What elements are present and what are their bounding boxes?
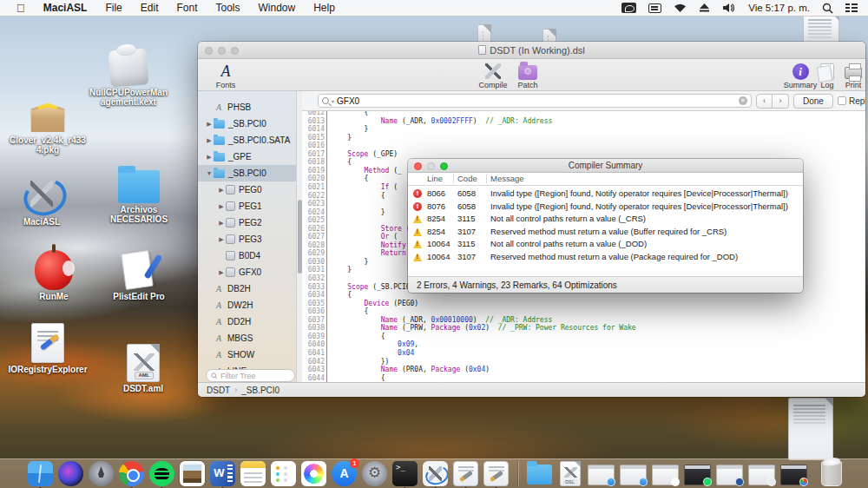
menu-maciasl[interactable]: MaciASL (43, 2, 88, 14)
desktop-icon-clover[interactable]: Clover_v2.4k_r433 4.pkg (6, 99, 89, 155)
desktop-icon-dsdt-aml[interactable]: AMLDSDT.aml (102, 344, 185, 393)
dock-siri[interactable] (58, 461, 83, 486)
compiler-close-button[interactable] (414, 162, 422, 170)
document-proxy-icon[interactable] (478, 45, 486, 55)
minimized-chrome-window[interactable] (780, 465, 807, 485)
desktop-document-icon-2[interactable] (788, 398, 833, 460)
tree-item-_sb.pci0[interactable]: ▶_SB.PCI0 (198, 115, 296, 132)
code-line-6014[interactable]: 6014 } (302, 125, 865, 134)
disclosure-triangle-icon[interactable]: ▶ (217, 269, 226, 276)
column-header-message[interactable]: Message (490, 174, 524, 183)
dock-chrome[interactable] (119, 461, 144, 486)
code-line-6035[interactable]: 6035 Device (PEG0) (302, 300, 865, 308)
window-titlebar[interactable]: DSDT (In Working).dsl (198, 42, 865, 59)
code-line-6038[interactable]: 6038 Name (_PRW, Package (0x02) // _PRW:… (302, 324, 865, 333)
fonts-button[interactable]: A Fonts (201, 61, 250, 89)
dock-finder[interactable] (28, 461, 53, 486)
compiler-row-warning[interactable]: 82543107Reserved method must return a va… (408, 226, 803, 239)
tree-item-peg3[interactable]: ▶PEG3 (198, 231, 296, 247)
menu-help[interactable]: Help (313, 2, 335, 14)
tree-item-b0d4[interactable]: B0D4 (198, 247, 296, 264)
code-line-6017[interactable]: 6017 Scope (_GPE) (302, 150, 865, 159)
minimized-finder-window-2[interactable] (620, 465, 647, 485)
dock-notes[interactable] (240, 461, 266, 486)
desktop-icon-ioreg[interactable]: IORegistryExplorer (6, 323, 89, 374)
done-button[interactable]: Done (793, 94, 833, 109)
code-line-6041[interactable]: 6041 0x04 (302, 349, 865, 358)
search-field[interactable]: ▾ ✕ (318, 94, 752, 108)
close-button[interactable] (205, 47, 213, 55)
tree-item-_sb.pci0.sata[interactable]: ▶_SB.PCI0.SATA (198, 132, 296, 148)
disclosure-triangle-icon[interactable]: ▶ (205, 137, 214, 144)
dock-terminal[interactable] (392, 461, 418, 486)
tree-item-peg1[interactable]: ▶PEG1 (198, 198, 296, 214)
find-previous-button[interactable]: ‹ (756, 94, 773, 109)
code-line-6037[interactable]: 6037 Name (_ADR, 0x00010000) // _ADR: Ad… (302, 316, 865, 325)
minimized-maciasl-window[interactable] (748, 465, 775, 485)
clear-search-icon[interactable]: ✕ (739, 96, 747, 105)
dock-preview[interactable] (180, 461, 205, 486)
volume-icon[interactable] (722, 2, 736, 14)
disclosure-triangle-icon[interactable]: ▶ (217, 220, 226, 227)
apple-menu-icon[interactable]:  (16, 3, 25, 14)
dock-spotify[interactable] (149, 461, 174, 486)
disclosure-triangle-icon[interactable]: ▼ (205, 170, 214, 176)
menu-edit[interactable]: Edit (141, 2, 159, 14)
column-header-line[interactable]: Line (427, 174, 443, 183)
disclosure-triangle-icon[interactable]: ▶ (217, 236, 226, 243)
tree-item-show[interactable]: ASHOW (198, 346, 296, 363)
tree-item-phsb[interactable]: APHSB (198, 99, 296, 115)
compiler-row-warning[interactable]: 100643107Reserved method must return a v… (408, 251, 803, 264)
dock-dsl[interactable]: DSL (557, 461, 582, 486)
compiler-titlebar[interactable]: Compiler Summary (408, 159, 803, 173)
code-line-6036[interactable]: 6036 { (302, 307, 865, 316)
search-input[interactable] (337, 96, 736, 106)
desktop-icon-plistedit[interactable]: PlistEdit Pro (97, 250, 181, 301)
wifi-icon[interactable] (674, 2, 687, 14)
minimized-textedit-window[interactable] (652, 465, 679, 485)
search-menu-caret-icon[interactable]: ▾ (332, 98, 334, 104)
compiler-zoom-button[interactable] (440, 162, 448, 170)
compiler-minimize-button[interactable] (427, 162, 435, 170)
notification-center-icon[interactable] (845, 2, 858, 14)
menu-file[interactable]: File (105, 2, 122, 14)
code-line-6043[interactable]: 6043 Name (PR0A, Package (0x04) (302, 366, 865, 374)
input-menu-icon[interactable] (648, 2, 661, 14)
replace-checkbox[interactable] (838, 96, 846, 105)
code-line-6044[interactable]: 6044 { (302, 374, 865, 382)
spotlight-icon[interactable] (822, 2, 833, 14)
dock-photos[interactable] (301, 461, 326, 486)
tree-item-dd2h[interactable]: ADD2H (198, 313, 296, 330)
zoom-button[interactable] (231, 47, 239, 55)
compiler-row-warning[interactable]: 82543115Not all control paths return a v… (408, 213, 803, 226)
code-line-6040[interactable]: 6040 0x09, (302, 340, 865, 349)
dock-word[interactable] (210, 461, 235, 486)
dock-system-preferences[interactable] (362, 461, 387, 486)
disclosure-triangle-icon[interactable]: ▶ (217, 203, 226, 210)
filter-tree-field[interactable] (206, 369, 295, 382)
menu-font[interactable]: Font (176, 2, 197, 14)
minimized-word-window[interactable] (716, 465, 743, 485)
code-line-6039[interactable]: 6039 { (302, 333, 865, 341)
tree-item-dw2h[interactable]: ADW2H (198, 297, 296, 313)
compiler-row-error[interactable]: !80666058Invalid type ([Region] found, N… (408, 188, 803, 201)
trash-icon[interactable] (821, 461, 842, 486)
patch-button[interactable]: Patch (503, 61, 552, 89)
disclosure-triangle-icon[interactable]: ▶ (205, 121, 214, 128)
filter-tree-input[interactable] (220, 372, 281, 380)
dock-ioregistryexplorer[interactable] (453, 461, 478, 486)
menu-bar-clock[interactable]: Vie 5:17 p. m. (748, 3, 810, 13)
find-next-button[interactable]: › (773, 94, 789, 109)
compiler-row-error[interactable]: !80766058Invalid type ([Region] found, N… (408, 201, 803, 214)
tree-item-gfx0[interactable]: ▶GFX0 (198, 264, 296, 280)
column-header-code[interactable]: Code (457, 174, 477, 183)
tree-item-_gpe[interactable]: ▶_GPE (198, 148, 296, 165)
tree-item-peg2[interactable]: ▶PEG2 (198, 214, 296, 231)
print-button[interactable]: Print (829, 61, 865, 89)
dock-textedit[interactable] (483, 461, 509, 486)
dock-maciasl[interactable] (423, 461, 448, 486)
menu-tools[interactable]: Tools (215, 2, 240, 14)
code-line-6013[interactable]: 6013 Name (_ADR, 0x0002FFFF) // _ADR: Ad… (302, 117, 865, 126)
disclosure-triangle-icon[interactable]: ▶ (217, 187, 226, 194)
dock-reminders[interactable] (271, 461, 296, 486)
